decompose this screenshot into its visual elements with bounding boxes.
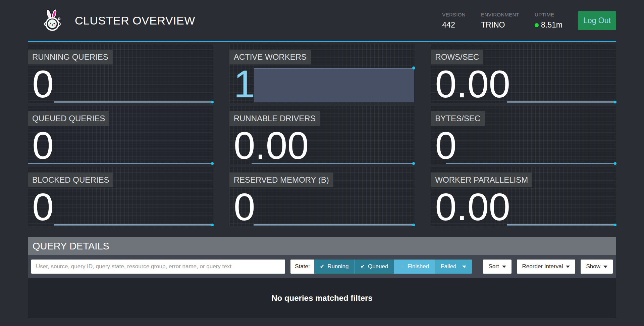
uptime-status-dot-icon (535, 23, 539, 27)
query-list-panel: No queries matched filters (28, 278, 616, 318)
sparkline (28, 163, 213, 164)
version-info: VERSION 442 (442, 12, 466, 30)
header-info: VERSION 442 ENVIRONMENT TRINO UPTIME 8.5… (442, 11, 616, 30)
stat-card-runnable-drivers: RUNNABLE DRIVERS 0.00 (229, 105, 415, 165)
stat-value: 0.00 (234, 126, 309, 165)
caret-down-icon (502, 266, 506, 268)
sparkline (507, 224, 616, 226)
check-icon (320, 263, 324, 270)
stat-label: WORKER PARALLELISM (431, 173, 532, 187)
state-filter-finished[interactable]: Finished (394, 260, 435, 274)
stat-card-running-queries: RUNNING QUERIES 0 (28, 44, 213, 103)
reorder-interval-dropdown[interactable]: Reorder Interval (517, 260, 576, 274)
sparkline (446, 163, 616, 164)
sparkline-area (254, 68, 414, 102)
show-dropdown[interactable]: Show (581, 260, 613, 274)
state-filter-queued-label: Queued (368, 263, 388, 270)
stat-card-worker-parallelism: WORKER PARALLELISM 0.00 (431, 167, 616, 226)
trino-logo (42, 9, 63, 33)
stat-card-rows-per-sec: ROWS/SEC 0.00 (431, 44, 616, 103)
query-search-input[interactable] (31, 260, 285, 274)
stat-card-blocked-queries: BLOCKED QUERIES 0 (28, 167, 213, 226)
version-label: VERSION (442, 12, 466, 17)
stat-value: 0 (32, 65, 54, 103)
stat-value: 0 (234, 188, 255, 226)
query-details-title: QUERY DETAILS (28, 237, 616, 255)
state-filter-label: State: (290, 260, 314, 274)
state-filter-queued[interactable]: Queued (355, 260, 394, 274)
stat-label: QUEUED QUERIES (28, 111, 109, 126)
stat-label: ROWS/SEC (431, 50, 483, 64)
state-filter-running[interactable]: Running (314, 260, 355, 274)
version-value: 442 (442, 20, 466, 30)
page-title: CLUSTER OVERVIEW (75, 14, 195, 27)
stat-label: BLOCKED QUERIES (28, 173, 113, 187)
trino-bunny-icon (42, 9, 63, 31)
sort-dropdown[interactable]: Sort (483, 260, 511, 274)
state-filter-group: State: Running Queued Finished Failed (290, 260, 472, 274)
stat-label: BYTES/SEC (431, 111, 485, 126)
environment-value: TRINO (481, 20, 519, 30)
stat-card-reserved-memory: RESERVED MEMORY (B) 0 (229, 167, 415, 226)
sparkline (54, 224, 213, 226)
stat-value: 0.00 (435, 65, 510, 103)
state-filter-failed-dropdown[interactable]: Failed (435, 260, 472, 274)
stat-card-bytes-per-sec: BYTES/SEC 0 (431, 105, 616, 165)
environment-label: ENVIRONMENT (481, 12, 519, 17)
stat-value: 0 (435, 126, 457, 165)
stat-label: RUNNABLE DRIVERS (229, 111, 320, 126)
stat-label: RESERVED MEMORY (B) (229, 173, 333, 187)
reorder-interval-label: Reorder Interval (522, 263, 563, 270)
header: CLUSTER OVERVIEW VERSION 442 ENVIRONMENT… (28, 0, 616, 42)
uptime-value: 8.51m (541, 20, 562, 30)
stat-card-active-workers: ACTIVE WORKERS 1 (229, 44, 415, 103)
stat-value: 0 (32, 188, 54, 226)
state-filter-finished-label: Finished (408, 263, 429, 270)
state-filter-running-label: Running (327, 263, 348, 270)
cluster-stats-grid: RUNNING QUERIES 0 ACTIVE WORKERS 1 ROWS/… (28, 44, 616, 226)
state-filter-failed-label: Failed (441, 263, 456, 270)
caret-down-icon (603, 266, 607, 268)
stat-label: ACTIVE WORKERS (229, 50, 311, 64)
caret-down-icon (566, 266, 570, 268)
stat-value: 1 (234, 65, 255, 103)
show-label: Show (586, 263, 600, 270)
empty-queries-message: No queries matched filters (271, 293, 372, 303)
stat-label: RUNNING QUERIES (28, 50, 113, 64)
stat-value: 0.00 (435, 188, 510, 226)
sort-label: Sort (488, 263, 499, 270)
logout-button[interactable]: Log Out (578, 11, 616, 30)
caret-down-icon (462, 266, 466, 268)
sparkline (254, 224, 415, 226)
stat-value: 0 (32, 126, 54, 165)
check-icon (361, 263, 365, 270)
query-details-section: QUERY DETAILS State: Running Queued Fini… (28, 237, 616, 318)
check-icon (400, 263, 404, 270)
query-details-toolbar: State: Running Queued Finished Failed (28, 255, 616, 278)
environment-info: ENVIRONMENT TRINO (481, 12, 519, 30)
stat-card-queued-queries: QUEUED QUERIES 0 (28, 105, 213, 165)
uptime-info: UPTIME 8.51m (535, 12, 562, 30)
uptime-label: UPTIME (535, 12, 562, 17)
sparkline (507, 101, 616, 103)
sparkline (54, 101, 213, 103)
